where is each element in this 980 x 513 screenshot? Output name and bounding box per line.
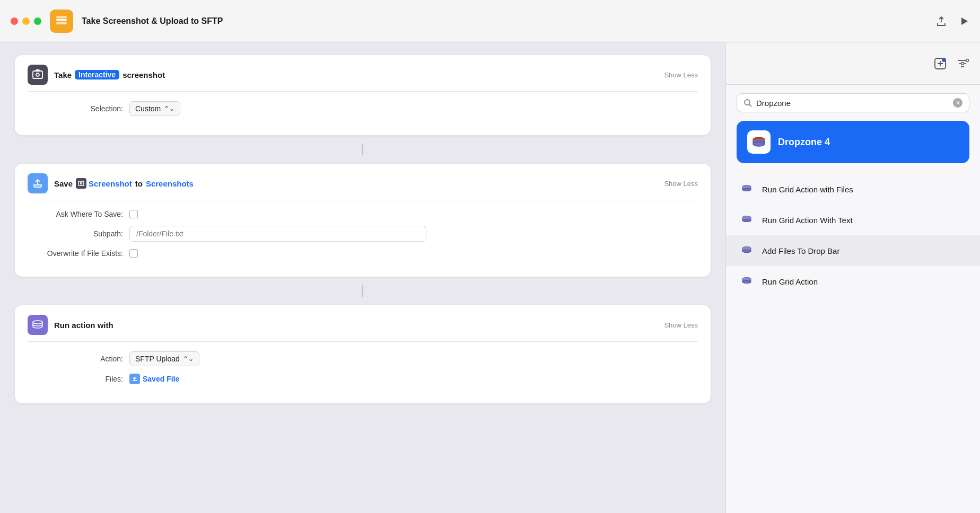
card3-action-row: Action: SFTP Upload ⌃⌄ (28, 351, 698, 366)
svg-rect-0 (56, 19, 67, 21)
main-content: Take Interactive screenshot Show Less Se… (0, 42, 980, 513)
app-result-name: Dropzone 4 (778, 137, 830, 148)
card-save-screenshot: Save Screenshot to Screenshots (15, 164, 711, 277)
action-label-3: Run Grid Action (762, 277, 818, 286)
card2-overwrite-checkbox[interactable] (129, 249, 138, 258)
card3-show-less[interactable]: Show Less (664, 321, 698, 329)
filter-button[interactable] (956, 57, 969, 70)
save-icon (28, 173, 48, 193)
svg-rect-1 (56, 22, 67, 24)
svg-marker-3 (961, 17, 968, 25)
card2-ask-checkbox[interactable] (129, 210, 138, 218)
connector-2 (362, 285, 363, 297)
chevron-action-icon: ⌃⌄ (183, 355, 194, 362)
card2-header: Save Screenshot to Screenshots (28, 173, 698, 200)
svg-point-28 (742, 250, 751, 253)
card2-save: Save (54, 179, 73, 188)
share-button[interactable] (935, 15, 947, 27)
close-button[interactable] (11, 17, 18, 25)
card2-overwrite-label: Overwrite If File Exists: (28, 249, 123, 258)
card1-header-left: Take Interactive screenshot (28, 65, 165, 85)
svg-rect-6 (78, 181, 84, 185)
svg-point-7 (81, 183, 82, 184)
saved-file-icon (129, 374, 140, 384)
svg-point-5 (36, 73, 39, 76)
search-bar: ✕ (737, 93, 969, 112)
add-action-button[interactable]: + (933, 57, 947, 70)
action-label-1: Run Grid Action With Text (762, 216, 853, 225)
svg-point-8 (33, 321, 42, 324)
svg-rect-2 (56, 16, 67, 18)
card2-ask-row: Ask Where To Save: (28, 210, 698, 218)
card3-saved-file-token[interactable]: Saved File (129, 374, 179, 384)
card1-selection-row: Selection: Custom ⌃⌄ (28, 101, 698, 116)
right-panel: + ✕ (725, 42, 980, 513)
left-panel: Take Interactive screenshot Show Less Se… (0, 42, 725, 513)
svg-rect-4 (33, 71, 42, 78)
card1-title: Take Interactive screenshot (54, 70, 165, 79)
card3-title-text: Run action with (54, 321, 113, 330)
card2-screenshot-mini-icon (76, 178, 86, 189)
maximize-button[interactable] (34, 17, 41, 25)
screenshot-icon (28, 65, 48, 85)
action-icon-1 (739, 212, 755, 228)
card1-badge: Interactive (75, 70, 119, 79)
app-result-card[interactable]: Dropzone 4 (737, 121, 969, 163)
search-input[interactable] (756, 99, 949, 108)
svg-line-18 (749, 104, 751, 107)
titlebar-actions (935, 15, 969, 27)
card1-selection-label: Selection: (28, 104, 123, 113)
action-icon-3 (739, 273, 755, 289)
svg-point-24 (742, 189, 751, 191)
titlebar: Take Screenshot & Upload to SFTP (0, 0, 980, 42)
card1-screenshot: screenshot (122, 70, 165, 79)
svg-point-30 (742, 281, 751, 284)
card2-subpath-input[interactable] (129, 226, 426, 242)
card1-selection-value: Custom (135, 104, 161, 113)
card2-screenshots-link[interactable]: Screenshots (146, 179, 194, 188)
action-label-0: Run Grid Action with Files (762, 185, 853, 194)
window-title: Take Screenshot & Upload to SFTP (82, 16, 927, 26)
right-toolbar: + (726, 42, 980, 85)
action-item-3[interactable]: Run Grid Action (726, 266, 980, 297)
action-list: Run Grid Action with Files Run Grid Acti… (726, 172, 980, 299)
card1-take: Take (54, 70, 72, 79)
card1-selection-dropdown[interactable]: Custom ⌃⌄ (129, 101, 180, 116)
card-run-action: Run action with Show Less Action: SFTP U… (15, 305, 711, 403)
card2-to: to (135, 179, 143, 188)
card2-subpath-row: Subpath: (28, 226, 698, 242)
card2-title: Save Screenshot to Screenshots (54, 178, 194, 189)
card3-header-left: Run action with (28, 315, 113, 335)
card3-title: Run action with (54, 321, 113, 330)
card2-screenshot-link[interactable]: Screenshot (89, 179, 132, 188)
card2-subpath-label: Subpath: (28, 229, 123, 238)
svg-point-22 (753, 142, 765, 146)
card2-show-less[interactable]: Show Less (664, 180, 698, 188)
minimize-button[interactable] (22, 17, 30, 25)
action-item-1[interactable]: Run Grid Action With Text (726, 205, 980, 235)
card1-show-less[interactable]: Show Less (664, 71, 698, 79)
svg-point-16 (961, 62, 964, 65)
svg-point-26 (742, 219, 751, 222)
card3-action-label: Action: (28, 355, 123, 363)
play-button[interactable] (958, 15, 969, 27)
card3-action-dropdown[interactable]: SFTP Upload ⌃⌄ (129, 351, 199, 366)
action-item-0[interactable]: Run Grid Action with Files (726, 174, 980, 205)
action-item-2[interactable]: Add Files To Drop Bar (726, 235, 980, 266)
app-result-icon (747, 130, 771, 154)
card1-header: Take Interactive screenshot Show Less (28, 65, 698, 92)
run-action-icon (28, 315, 48, 335)
card-take-screenshot: Take Interactive screenshot Show Less Se… (15, 55, 711, 135)
svg-point-17 (745, 100, 750, 105)
action-label-2: Add Files To Drop Bar (762, 246, 839, 255)
card3-files-row: Files: Saved File (28, 374, 698, 384)
card2-header-left: Save Screenshot to Screenshots (28, 173, 194, 193)
connector-1 (362, 144, 363, 155)
svg-text:+: + (943, 58, 945, 62)
search-icon (743, 99, 752, 107)
chevron-updown-icon: ⌃⌄ (164, 105, 174, 112)
traffic-lights (11, 17, 41, 25)
card3-action-value: SFTP Upload (135, 355, 180, 363)
action-icon-0 (739, 181, 755, 197)
search-clear-button[interactable]: ✕ (953, 98, 962, 108)
